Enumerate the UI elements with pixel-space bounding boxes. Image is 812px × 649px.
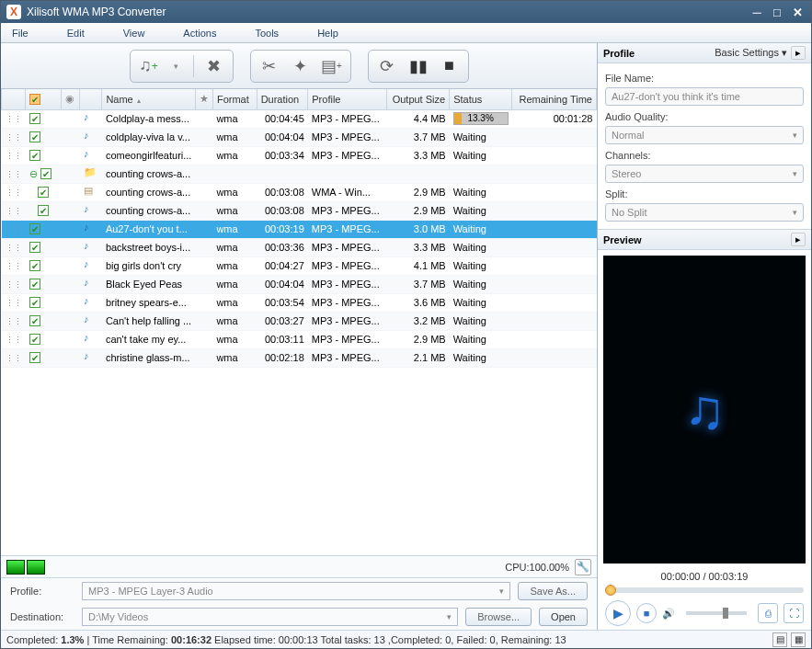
quality-field[interactable]: Normal▾	[605, 126, 804, 144]
seek-slider[interactable]	[605, 587, 804, 593]
preview-toggle[interactable]: ▸	[791, 233, 806, 246]
drag-handle-icon[interactable]: ⋮⋮	[6, 207, 22, 216]
table-row[interactable]: ⋮⋮ ✔ ▤ counting crows-a... wma 00:03:08 …	[2, 183, 597, 201]
menu-tools[interactable]: Tools	[255, 28, 279, 39]
table-row[interactable]: ⋮⋮ ✔ ♪ christine glass-m... wma 00:02:18…	[2, 348, 597, 367]
volume-icon[interactable]: 🔊	[662, 608, 675, 620]
table-row[interactable]: ⋮⋮ ✔ ♪ big girls don't cry wma 00:04:27 …	[2, 256, 597, 275]
row-checkbox[interactable]: ✔	[29, 334, 40, 345]
delete-icon[interactable]: ✖	[203, 55, 225, 77]
table-row[interactable]: ⋮⋮ ✔ ♪ Coldplay-a mess... wma 00:04:45 M…	[2, 109, 597, 128]
cell-format: wma	[212, 183, 257, 201]
drag-handle-icon[interactable]: ⋮⋮	[6, 170, 22, 179]
convert-icon[interactable]: ⟳	[376, 55, 398, 77]
menu-help[interactable]: Help	[317, 28, 338, 39]
cell-duration: 00:02:18	[257, 348, 308, 367]
list-view-icon[interactable]: ▤	[772, 632, 787, 647]
grid-view-icon[interactable]: ▦	[791, 632, 806, 647]
profile-settings-dropdown[interactable]: Basic Settings ▾	[715, 47, 787, 59]
table-row[interactable]: ⋮⋮ ✔ ♪ Black Eyed Peas wma 00:04:04 MP3 …	[2, 275, 597, 293]
drag-handle-icon[interactable]: ⋮⋮	[6, 133, 22, 142]
maximize-button[interactable]: □	[769, 5, 785, 19]
row-checkbox[interactable]: ✔	[40, 168, 51, 179]
drag-handle-icon[interactable]: ⋮⋮	[6, 354, 22, 363]
clip-icon[interactable]: ▤+	[321, 55, 343, 77]
cut-icon[interactable]: ✂	[258, 55, 280, 77]
stop-button[interactable]: ■	[636, 603, 657, 623]
drag-handle-icon[interactable]: ⋮⋮	[6, 152, 22, 161]
add-file-icon[interactable]: ♫+	[138, 55, 160, 77]
quality-label: Audio Quality:	[605, 111, 804, 122]
table-row[interactable]: ⋮⋮ ✔ ♪ coldplay-viva la v... wma 00:04:0…	[2, 128, 597, 146]
table-row[interactable]: ⋮⋮ ✔ ♪ counting crows-a... wma 00:03:08 …	[2, 201, 597, 220]
row-checkbox[interactable]: ✔	[29, 150, 40, 161]
snapshot-button[interactable]: ⎙	[758, 603, 778, 623]
drag-handle-icon[interactable]: ⋮⋮	[6, 188, 22, 198]
row-checkbox[interactable]: ✔	[29, 242, 40, 253]
col-format[interactable]: Format	[212, 89, 257, 109]
row-checkbox[interactable]: ✔	[38, 205, 49, 216]
table-row[interactable]: ⋮⋮ ✔ ♪ Can't help falling ... wma 00:03:…	[2, 312, 597, 330]
col-status[interactable]: Status	[450, 89, 512, 109]
menu-view[interactable]: View	[123, 28, 145, 39]
channels-field[interactable]: Stereo▾	[605, 165, 804, 183]
table-row[interactable]: ⋮⋮ ⊖ ✔ 📁 counting crows-a...	[2, 165, 597, 183]
filename-field[interactable]: Au27-don't you think it's time	[605, 87, 804, 106]
save-as-button[interactable]: Save As...	[518, 582, 588, 600]
row-checkbox[interactable]: ✔	[29, 131, 40, 142]
drag-handle-icon[interactable]: ⋮⋮	[6, 280, 22, 290]
table-row[interactable]: ⋮⋮ ✔ ♪ comeongirlfeaturi... wma 00:03:34…	[2, 146, 597, 165]
col-remaining[interactable]: Remaining Time	[512, 89, 597, 109]
row-checkbox[interactable]: ✔	[29, 223, 40, 234]
drag-handle-icon[interactable]: ⋮⋮	[6, 317, 22, 326]
menu-edit[interactable]: Edit	[67, 28, 85, 39]
cell-remaining	[512, 128, 597, 146]
menu-file[interactable]: File	[12, 28, 29, 39]
row-checkbox[interactable]: ✔	[29, 352, 40, 363]
profile-combo[interactable]: MP3 - MPEG Layer-3 Audio▾	[82, 582, 510, 600]
stop-icon[interactable]: ■	[439, 55, 461, 77]
table-row[interactable]: ⋮⋮ ✔ ♪ can't take my ey... wma 00:03:11 …	[2, 330, 597, 348]
col-output[interactable]: Output Size	[386, 89, 449, 109]
table-row[interactable]: ⋮⋮ ✔ ♪ backstreet boys-i... wma 00:03:36…	[2, 238, 597, 256]
close-button[interactable]: ✕	[789, 5, 806, 19]
col-profile[interactable]: Profile	[308, 89, 387, 109]
disc-column-icon[interactable]: ◉	[65, 93, 74, 104]
cell-output	[386, 165, 449, 183]
minimize-button[interactable]: ─	[749, 5, 765, 19]
col-name[interactable]: Name	[102, 89, 196, 109]
fullscreen-button[interactable]: ⛶	[783, 603, 804, 623]
cell-output: 3.3 MB	[386, 238, 449, 256]
effects-icon[interactable]: ✦	[290, 55, 312, 77]
col-duration[interactable]: Duration	[257, 89, 308, 109]
profile-panel-toggle[interactable]: ▸	[791, 46, 806, 60]
volume-slider[interactable]	[686, 611, 747, 615]
drag-handle-icon[interactable]: ⋮⋮	[6, 115, 22, 124]
drag-handle-icon[interactable]: ⋮⋮	[6, 244, 22, 253]
open-button[interactable]: Open	[539, 608, 588, 626]
row-checkbox[interactable]: ✔	[29, 279, 40, 290]
drag-handle-icon[interactable]: ⋮⋮	[6, 225, 22, 234]
play-button[interactable]: ▶	[605, 600, 631, 626]
cell-status: Waiting	[450, 238, 512, 256]
drag-handle-icon[interactable]: ⋮⋮	[6, 336, 22, 345]
row-checkbox[interactable]: ✔	[29, 113, 40, 124]
select-all-checkbox[interactable]: ✔	[29, 94, 40, 105]
titlebar: X Xilisoft WMA MP3 Converter ─ □ ✕	[1, 1, 811, 23]
col-star[interactable]: ★	[195, 89, 212, 109]
add-dropdown-icon[interactable]: ▾	[169, 55, 184, 77]
row-checkbox[interactable]: ✔	[29, 315, 40, 326]
drag-handle-icon[interactable]: ⋮⋮	[6, 299, 22, 308]
pause-icon[interactable]: ▮▮	[407, 55, 429, 77]
split-field[interactable]: No Split▾	[605, 203, 804, 222]
menu-actions[interactable]: Actions	[183, 28, 216, 39]
row-checkbox[interactable]: ✔	[38, 187, 49, 198]
browse-button[interactable]: Browse...	[465, 608, 532, 626]
settings-icon[interactable]: 🔧	[575, 559, 591, 575]
table-row[interactable]: ⋮⋮ ✔ ♪ Au27-don't you t... wma 00:03:19 …	[2, 220, 597, 238]
drag-handle-icon[interactable]: ⋮⋮	[6, 262, 22, 271]
destination-combo[interactable]: D:\My Videos▾	[82, 608, 458, 626]
row-checkbox[interactable]: ✔	[29, 260, 40, 271]
table-row[interactable]: ⋮⋮ ✔ ♪ britney spears-e... wma 00:03:54 …	[2, 293, 597, 312]
row-checkbox[interactable]: ✔	[29, 297, 40, 308]
